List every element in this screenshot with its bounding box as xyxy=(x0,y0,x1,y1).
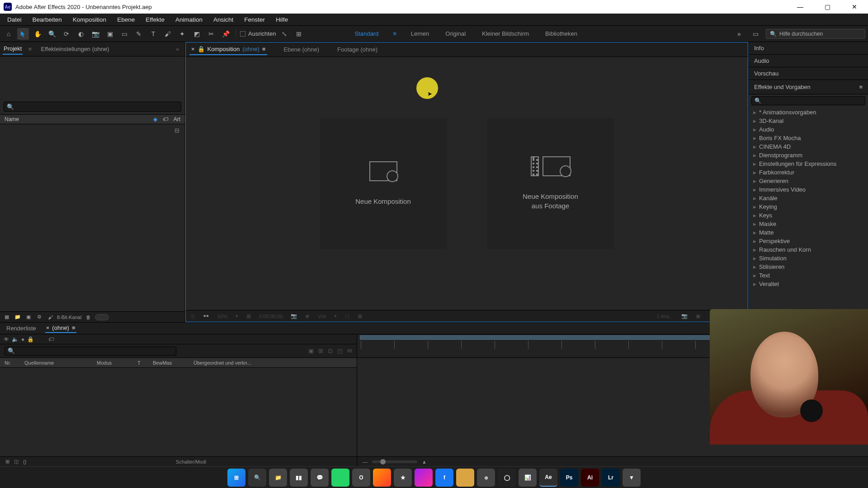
effect-category[interactable]: ▶Einstellungen für Expressions xyxy=(749,160,868,168)
color-settings-button[interactable]: 🖌 xyxy=(46,314,54,320)
panel-audio[interactable]: Audio xyxy=(749,55,868,67)
orbit-tool[interactable]: ⟳ xyxy=(61,28,72,40)
snap-option-1[interactable]: ⤡ xyxy=(278,28,290,40)
menu-hilfe[interactable]: Hilfe xyxy=(271,15,292,24)
tl-footer-btn-3[interactable]: {} xyxy=(23,459,26,465)
taskbar-app2[interactable]: ★ xyxy=(394,469,412,487)
project-settings-button[interactable]: ⚙ xyxy=(35,314,43,320)
project-column-headers[interactable]: Name ◆ 🏷 Art xyxy=(0,114,185,124)
workspace-menu-icon[interactable]: ≡ xyxy=(393,30,396,37)
col-source[interactable]: Quellenname xyxy=(24,360,88,366)
panel-overflow-icon[interactable]: » xyxy=(176,46,182,52)
tl-footer-btn-1[interactable]: ⊞ xyxy=(5,459,9,465)
taskbar-opera[interactable]: O xyxy=(352,469,370,487)
shape-tool[interactable]: ▭ xyxy=(118,28,130,40)
tl-switch-2[interactable]: ⊞ xyxy=(318,347,323,354)
zoom-in-icon[interactable]: ▲ xyxy=(422,459,427,465)
tl-switch-4[interactable]: ◫ xyxy=(337,347,343,354)
taskbar-folder[interactable] xyxy=(456,469,474,487)
panel-menu-icon[interactable]: ≡ xyxy=(72,324,75,331)
taskbar-illustrator[interactable]: Ai xyxy=(581,469,599,487)
tab-composition[interactable]: × 🔒 Komposition (ohne) ≡ xyxy=(189,44,267,55)
workspace-lernen[interactable]: Lernen xyxy=(409,27,431,41)
taskbar-after-effects[interactable]: Ae xyxy=(539,469,557,487)
rotation-tool[interactable]: ◐ xyxy=(75,28,87,40)
menu-ansicht[interactable]: Ansicht xyxy=(209,15,238,24)
zoom-out-icon[interactable]: — xyxy=(363,459,368,465)
anchor-tool[interactable]: ▣ xyxy=(104,28,116,40)
tab-effect-settings[interactable]: Effekteinstellungen (ohne) xyxy=(40,44,110,54)
resolution-value[interactable]: Voll xyxy=(318,314,326,319)
window-close-button[interactable]: ✕ xyxy=(841,0,868,14)
panel-menu-icon[interactable]: ≡ xyxy=(28,46,34,52)
effect-category[interactable]: ▶Audio xyxy=(749,125,868,134)
windows-taskbar[interactable]: ⊞🔍📁▮▮💬O★f⌾◯📊AePsAiLr▼ xyxy=(0,466,868,488)
workspace-original[interactable]: Original xyxy=(443,27,467,41)
col-label-icon[interactable]: 🏷 xyxy=(163,116,168,122)
menu-datei[interactable]: Datei xyxy=(3,15,26,24)
menu-komposition[interactable]: Komposition xyxy=(68,15,111,24)
menu-fenster[interactable]: Fenster xyxy=(240,15,269,24)
taskbar-messenger[interactable] xyxy=(415,469,433,487)
zoom-tool[interactable]: 🔍 xyxy=(46,28,58,40)
taskbar-facebook[interactable]: f xyxy=(435,469,453,487)
composition-viewer[interactable]: ➤ Neue Komposition Neue Komposition aus … xyxy=(186,57,748,310)
search-pill[interactable] xyxy=(95,314,108,320)
effect-category[interactable]: ▶Boris FX Mocha xyxy=(749,134,868,142)
effect-category[interactable]: ▶Keying xyxy=(749,202,868,211)
col-t[interactable]: T xyxy=(137,360,144,366)
close-tab-icon[interactable]: × xyxy=(191,46,195,52)
interpret-footage-button[interactable]: ▦ xyxy=(3,314,11,320)
taskbar-search[interactable]: 🔍 xyxy=(248,469,266,487)
timeline-layer-rows[interactable] xyxy=(0,368,357,456)
tl-switch-3[interactable]: ⊡ xyxy=(328,347,333,354)
snap-toggle[interactable]: Ausrichten xyxy=(240,30,276,37)
channel-icon[interactable]: ◉ xyxy=(305,313,310,319)
tl-footer-btn-2[interactable]: ◫ xyxy=(14,459,19,465)
taskbar-obs[interactable]: ◯ xyxy=(498,469,516,487)
timeline-search-input[interactable]: 🔍 xyxy=(5,347,176,356)
lock-toggle-icon[interactable]: 🔒 xyxy=(27,336,34,343)
hand-tool[interactable]: ✋ xyxy=(32,28,43,40)
window-minimize-button[interactable]: — xyxy=(787,0,814,14)
help-search-input[interactable]: 🔍 Hilfe durchsuchen xyxy=(766,29,865,39)
dropdown-icon[interactable]: ▾ xyxy=(236,313,238,319)
effects-search-input[interactable]: 🔍 xyxy=(751,96,865,105)
flowchart-icon[interactable]: ⊟ xyxy=(175,127,179,134)
effect-category[interactable]: ▶Stilisieren xyxy=(749,263,868,271)
effect-category[interactable]: ▶Generieren xyxy=(749,177,868,185)
taskbar-explorer[interactable]: 📁 xyxy=(269,469,287,487)
new-comp-button[interactable]: ▣ xyxy=(24,314,33,320)
zoom-value[interactable]: 50% xyxy=(217,314,227,319)
effects-tree[interactable]: ▶* Animationsvorgaben▶3D-Kanal▶Audio▶Bor… xyxy=(749,107,868,289)
tab-renderlist[interactable]: Renderliste xyxy=(5,324,37,333)
tl-switch-5[interactable]: ✉ xyxy=(347,347,352,354)
menu-effekte[interactable]: Effekte xyxy=(141,15,169,24)
panel-menu-icon[interactable]: ≡ xyxy=(262,46,266,52)
audio-toggle-icon[interactable]: 🔈 xyxy=(12,336,19,343)
3d-icon[interactable]: ▣ xyxy=(696,313,700,319)
panel-preview[interactable]: Vorschau xyxy=(749,67,868,80)
snapshot-icon[interactable]: 📷 xyxy=(291,313,297,319)
selection-tool[interactable] xyxy=(17,28,29,40)
effect-category[interactable]: ▶Dienstprogramm xyxy=(749,151,868,160)
effect-category[interactable]: ▶Text xyxy=(749,271,868,280)
new-composition-from-footage-card[interactable]: Neue Komposition aus Footage xyxy=(487,118,614,249)
taskbar-whatsapp[interactable] xyxy=(331,469,349,487)
grid-icon[interactable]: ▦ xyxy=(358,313,362,319)
taskbar-firefox[interactable] xyxy=(373,469,391,487)
taskbar-windows[interactable]: ⊞ xyxy=(227,469,245,487)
effect-category[interactable]: ▶* Animationsvorgaben xyxy=(749,108,868,117)
col-bewmas[interactable]: BewMas xyxy=(153,360,184,366)
panel-menu-icon[interactable]: ≡ xyxy=(859,84,863,90)
roto-tool[interactable]: ✂ xyxy=(205,28,217,40)
taskbar-app3[interactable]: ⌾ xyxy=(477,469,495,487)
close-tab-icon[interactable]: × xyxy=(46,324,50,331)
workspace-standard[interactable]: Standard xyxy=(353,27,380,41)
view-value[interactable]: 1 Ans... xyxy=(657,314,674,319)
col-parent[interactable]: Übergeordnet und verkn... xyxy=(193,360,251,366)
glasses-icon[interactable]: 👓 xyxy=(203,313,209,319)
puppet-tool[interactable]: 📌 xyxy=(220,28,231,40)
delete-button[interactable]: 🗑 xyxy=(84,314,92,320)
pen-tool[interactable]: ✎ xyxy=(133,28,145,40)
